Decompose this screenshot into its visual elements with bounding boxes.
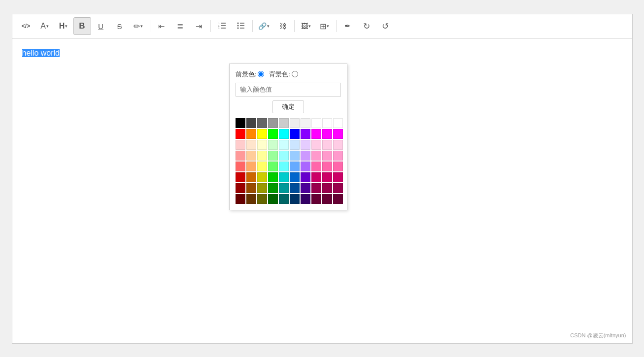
color-cell[interactable] [290, 118, 300, 128]
background-radio-group[interactable]: 背景色: [269, 70, 298, 79]
color-cell[interactable] [236, 151, 245, 161]
color-cell[interactable] [246, 129, 256, 139]
color-cell[interactable] [268, 183, 278, 193]
color-cell[interactable] [322, 118, 332, 128]
color-cell[interactable] [268, 162, 278, 171]
color-cell[interactable] [236, 129, 245, 139]
link-button[interactable]: 🔗 ▾ [255, 17, 273, 35]
color-cell[interactable] [246, 140, 256, 150]
code-button[interactable]: </> [17, 17, 35, 35]
color-cell[interactable] [301, 129, 310, 139]
color-cell[interactable] [257, 129, 267, 139]
color-cell[interactable] [279, 151, 289, 161]
color-cell[interactable] [333, 151, 343, 161]
color-cell[interactable] [301, 194, 310, 204]
color-cell[interactable] [246, 172, 256, 182]
color-cell[interactable] [333, 183, 343, 193]
image-button[interactable]: 🖼 ▾ [297, 17, 315, 35]
table-button[interactable]: ⊞ ▾ [316, 17, 334, 35]
color-cell[interactable] [333, 194, 343, 204]
color-cell[interactable] [322, 172, 332, 182]
color-cell[interactable] [311, 129, 321, 139]
color-cell[interactable] [290, 172, 300, 182]
color-cell[interactable] [279, 129, 289, 139]
font-button[interactable]: A ▾ [36, 17, 54, 35]
color-cell[interactable] [279, 183, 289, 193]
color-cell[interactable] [301, 118, 310, 128]
color-cell[interactable] [279, 172, 289, 182]
color-cell[interactable] [311, 118, 321, 128]
color-cell[interactable] [268, 129, 278, 139]
color-cell[interactable] [236, 140, 245, 150]
strikethrough-button[interactable]: S [111, 17, 129, 35]
color-cell[interactable] [257, 151, 267, 161]
color-cell[interactable] [246, 194, 256, 204]
color-cell[interactable] [311, 194, 321, 204]
color-cell[interactable] [268, 172, 278, 182]
color-cell[interactable] [333, 129, 343, 139]
color-cell[interactable] [257, 162, 267, 171]
color-cell[interactable] [246, 183, 256, 193]
color-cell[interactable] [279, 118, 289, 128]
color-cell[interactable] [311, 172, 321, 182]
color-cell[interactable] [311, 140, 321, 150]
color-cell[interactable] [290, 129, 300, 139]
unlink-button[interactable]: ⛓ [274, 17, 292, 35]
color-cell[interactable] [290, 183, 300, 193]
align-right-button[interactable]: ⇥ [190, 17, 208, 35]
redo-button[interactable]: ↻ [358, 17, 375, 35]
undo-button[interactable]: ↺ [376, 17, 394, 35]
color-cell[interactable] [279, 162, 289, 171]
foreground-radio-group[interactable]: 前景色: [236, 70, 265, 79]
bold-button[interactable]: B [73, 17, 91, 35]
align-left-button[interactable]: ⇤ [153, 17, 170, 35]
color-confirm-button[interactable]: 确定 [272, 100, 304, 113]
color-cell[interactable] [246, 118, 256, 128]
unordered-list-button[interactable] [232, 17, 250, 35]
color-cell[interactable] [236, 194, 245, 204]
color-cell[interactable] [322, 129, 332, 139]
align-center-button[interactable]: ≣ [171, 17, 189, 35]
color-cell[interactable] [257, 183, 267, 193]
color-cell[interactable] [322, 183, 332, 193]
color-cell[interactable] [322, 151, 332, 161]
color-value-input[interactable] [236, 83, 341, 97]
color-cell[interactable] [236, 162, 245, 171]
color-cell[interactable] [301, 140, 310, 150]
color-cell[interactable] [257, 194, 267, 204]
clear-format-button[interactable]: ✒ [339, 17, 357, 35]
color-cell[interactable] [246, 151, 256, 161]
paint-button[interactable]: ✏ ▾ [130, 17, 147, 35]
color-cell[interactable] [333, 172, 343, 182]
editor-content[interactable]: hello world [22, 49, 622, 58]
color-cell[interactable] [268, 118, 278, 128]
color-cell[interactable] [257, 140, 267, 150]
color-cell[interactable] [301, 183, 310, 193]
color-cell[interactable] [311, 183, 321, 193]
color-cell[interactable] [268, 140, 278, 150]
color-cell[interactable] [257, 118, 267, 128]
foreground-radio[interactable] [258, 71, 264, 77]
color-cell[interactable] [290, 194, 300, 204]
color-cell[interactable] [257, 172, 267, 182]
color-cell[interactable] [333, 162, 343, 171]
color-cell[interactable] [236, 172, 245, 182]
ordered-list-button[interactable]: 1.2.3. [213, 17, 231, 35]
color-cell[interactable] [301, 162, 310, 171]
underline-button[interactable]: U [92, 17, 110, 35]
color-cell[interactable] [301, 151, 310, 161]
color-cell[interactable] [236, 183, 245, 193]
heading-button[interactable]: H ▾ [55, 17, 72, 35]
color-cell[interactable] [268, 151, 278, 161]
color-cell[interactable] [322, 194, 332, 204]
color-cell[interactable] [236, 118, 245, 128]
color-cell[interactable] [311, 162, 321, 171]
color-cell[interactable] [246, 162, 256, 171]
background-radio[interactable] [292, 71, 298, 77]
color-cell[interactable] [290, 162, 300, 171]
color-cell[interactable] [311, 151, 321, 161]
color-cell[interactable] [333, 118, 343, 128]
color-cell[interactable] [322, 162, 332, 171]
color-cell[interactable] [322, 140, 332, 150]
color-cell[interactable] [268, 194, 278, 204]
